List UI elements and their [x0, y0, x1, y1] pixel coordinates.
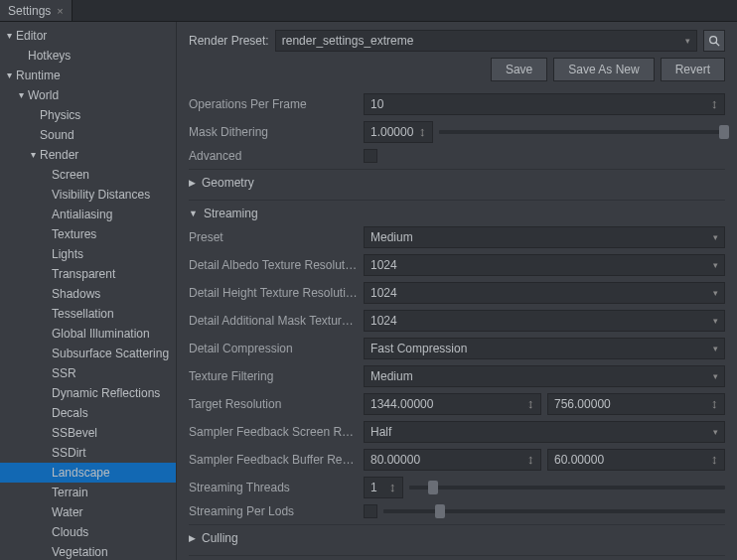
mask-select[interactable]: 1024▾	[364, 310, 725, 332]
tree-item-label: Landscape	[52, 465, 110, 481]
tree-item-screen[interactable]: Screen	[0, 165, 176, 185]
tree-item-textures[interactable]: Textures	[0, 224, 176, 244]
tree-item-sound[interactable]: Sound	[0, 125, 176, 145]
tree-item-ssdirt[interactable]: SSDirt	[0, 443, 176, 463]
field-label: Streaming Per Lods	[189, 504, 358, 518]
tree-item-editor[interactable]: ▾Editor	[0, 26, 176, 46]
tree-item-physics[interactable]: Physics	[0, 105, 176, 125]
target-res-x[interactable]: 1344.00000⤡	[364, 393, 541, 415]
field-label: Detail Height Texture Resolution	[189, 286, 358, 300]
field-label: Target Resolution	[189, 397, 358, 411]
sf-buffer-x[interactable]: 80.00000⤡	[364, 449, 541, 471]
threads-slider[interactable]	[409, 486, 725, 490]
tree-item-label: Terrain	[52, 485, 88, 500]
target-res-y[interactable]: 756.00000⤡	[547, 393, 725, 415]
tree-item-clouds[interactable]: Clouds	[0, 522, 176, 542]
tree-item-label: Screen	[52, 167, 89, 183]
tree-item-label: Render	[40, 147, 78, 163]
tree-item-terrain[interactable]: Terrain	[0, 483, 176, 502]
slider-thumb[interactable]	[428, 481, 438, 494]
per-lods-checkbox[interactable]	[364, 504, 377, 518]
tree-item-vegetation[interactable]: Vegetation	[0, 542, 176, 560]
tree-item-visibility-distances[interactable]: Visibility Distances	[0, 185, 176, 205]
chevron-down-icon: ▾	[16, 87, 26, 103]
section-streaming[interactable]: ▼ Streaming	[189, 200, 725, 226]
height-select[interactable]: 1024▾	[364, 282, 725, 304]
tree-item-render[interactable]: ▾Render	[0, 145, 176, 165]
slider-thumb[interactable]	[435, 504, 445, 518]
tree-item-transparent[interactable]: Transparent	[0, 264, 176, 284]
tree-item-subsurface-scattering[interactable]: Subsurface Scattering	[0, 344, 176, 363]
render-preset-select[interactable]: render_settings_extreme ▾	[275, 30, 697, 52]
chevron-down-icon: ▾	[4, 28, 14, 44]
slider-thumb[interactable]	[719, 125, 729, 139]
tree-item-tessellation[interactable]: Tessellation	[0, 304, 176, 324]
preset-select[interactable]: Medium▾	[364, 226, 725, 248]
close-icon[interactable]: ×	[57, 5, 63, 17]
tab-bar: Settings ×	[0, 0, 737, 22]
tree-item-shadows[interactable]: Shadows	[0, 284, 176, 304]
tree-item-antialiasing[interactable]: Antialiasing	[0, 205, 176, 224]
reset-icon[interactable]: ⤡	[415, 125, 428, 138]
mask-dithering-input[interactable]: 1.00000 ⤡	[364, 121, 433, 143]
tree-item-dynamic-reflections[interactable]: Dynamic Reflections	[0, 383, 176, 403]
ops-per-frame-input[interactable]: 10 ⤡	[364, 93, 725, 115]
section-geometry[interactable]: ▶ Geometry	[189, 169, 725, 196]
tree-item-label: SSR	[52, 365, 76, 381]
chevron-down-icon: ▾	[713, 316, 718, 326]
reset-icon[interactable]: ⤡	[523, 397, 536, 410]
chevron-down-icon: ▾	[713, 260, 718, 270]
tree-item-water[interactable]: Water	[0, 502, 176, 522]
save-as-new-button[interactable]: Save As New	[553, 58, 654, 81]
save-button[interactable]: Save	[491, 58, 547, 81]
sf-screen-select[interactable]: Half▾	[364, 421, 725, 443]
filtering-select[interactable]: Medium▾	[364, 365, 725, 387]
tree-item-decals[interactable]: Decals	[0, 403, 176, 423]
reset-icon[interactable]: ⤡	[707, 453, 720, 466]
reset-icon[interactable]: ⤡	[385, 481, 398, 493]
tree-item-ssbevel[interactable]: SSBevel	[0, 423, 176, 443]
chevron-down-icon: ▾	[713, 427, 718, 437]
mask-dithering-slider[interactable]	[439, 130, 725, 134]
advanced-checkbox[interactable]	[364, 149, 377, 163]
field-label: Detail Additional Mask Texture ...	[189, 314, 358, 328]
tree-item-runtime[interactable]: ▾Runtime	[0, 66, 176, 85]
chevron-down-icon: ▾	[713, 232, 718, 242]
reset-icon[interactable]: ⤡	[707, 397, 720, 410]
tree-item-landscape[interactable]: Landscape	[0, 463, 176, 483]
reset-icon[interactable]: ⤡	[523, 453, 536, 466]
tree-item-label: Decals	[52, 405, 88, 421]
tree-item-label: Dynamic Reflections	[52, 385, 160, 401]
tree-item-label: World	[28, 87, 59, 103]
tree-item-label: Runtime	[16, 68, 61, 83]
svg-point-0	[710, 37, 717, 44]
chevron-down-icon: ▾	[685, 36, 690, 46]
albedo-select[interactable]: 1024▾	[364, 254, 725, 276]
chevron-down-icon: ▾	[28, 147, 38, 163]
chevron-down-icon: ▾	[4, 68, 14, 83]
section-cache[interactable]: ▶ Cache	[189, 555, 725, 560]
tree-item-hotkeys[interactable]: Hotkeys	[0, 46, 176, 66]
tree-item-label: Textures	[52, 226, 96, 242]
ops-per-frame-label: Operations Per Frame	[189, 97, 358, 111]
chevron-down-icon: ▼	[189, 209, 198, 218]
revert-button[interactable]: Revert	[661, 58, 725, 81]
field-label: Texture Filtering	[189, 369, 358, 383]
per-lods-slider[interactable]	[383, 509, 725, 513]
compression-select[interactable]: Fast Compression▾	[364, 338, 725, 359]
reset-icon[interactable]: ⤡	[707, 97, 720, 110]
sf-buffer-y[interactable]: 60.00000⤡	[547, 449, 725, 471]
tree-item-label: Visibility Distances	[52, 187, 150, 203]
tree-item-label: Vegetation	[52, 544, 108, 560]
field-label: Streaming Threads	[189, 481, 358, 494]
settings-panel: Render Preset: render_settings_extreme ▾…	[177, 22, 737, 560]
tree-item-world[interactable]: ▾World	[0, 85, 176, 105]
tree-item-global-illumination[interactable]: Global Illumination	[0, 324, 176, 344]
section-culling[interactable]: ▶ Culling	[189, 524, 725, 551]
tree-item-ssr[interactable]: SSR	[0, 363, 176, 383]
search-button[interactable]	[703, 30, 725, 52]
tree-item-lights[interactable]: Lights	[0, 244, 176, 264]
settings-tree: ▾EditorHotkeys▾Runtime▾WorldPhysicsSound…	[0, 22, 177, 560]
tab-settings[interactable]: Settings ×	[0, 0, 73, 21]
threads-input[interactable]: 1⤡	[364, 477, 403, 498]
